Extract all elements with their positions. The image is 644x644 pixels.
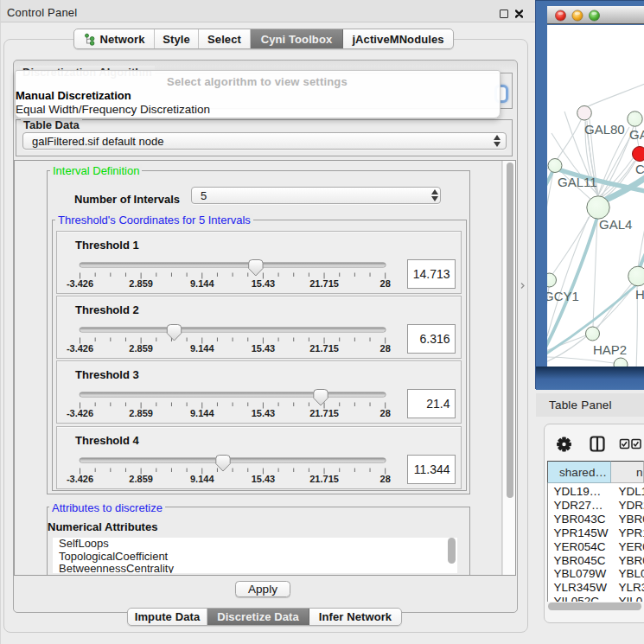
svg-text:-3.426: -3.426: [67, 343, 93, 354]
svg-text:28: 28: [380, 474, 391, 484]
svg-text:9.144: 9.144: [190, 474, 214, 484]
svg-text:21.715: 21.715: [309, 343, 339, 354]
svg-text:GAL80: GAL80: [584, 122, 625, 137]
svg-text:HAP2: HAP2: [593, 342, 627, 357]
svg-text:2.859: 2.859: [129, 408, 153, 418]
svg-text:28: 28: [380, 408, 391, 418]
svg-text:-3.426: -3.426: [67, 408, 93, 418]
svg-text:C: C: [635, 162, 644, 176]
svg-text:-3.426: -3.426: [67, 278, 93, 289]
svg-text:9.144: 9.144: [190, 343, 214, 354]
svg-text:9.144: 9.144: [190, 278, 214, 289]
svg-text:15.43: 15.43: [252, 278, 276, 289]
svg-text:2.859: 2.859: [129, 343, 153, 354]
svg-text:GAL4: GAL4: [599, 217, 632, 232]
svg-text:21.715: 21.715: [309, 474, 339, 484]
svg-text:9.144: 9.144: [190, 408, 214, 418]
svg-text:H: H: [635, 287, 644, 302]
svg-text:GA: GA: [629, 127, 644, 142]
svg-text:2.859: 2.859: [129, 278, 153, 289]
svg-text:21.715: 21.715: [309, 408, 339, 418]
svg-text:28: 28: [380, 278, 391, 289]
svg-text:28: 28: [380, 343, 391, 354]
svg-text:21.715: 21.715: [309, 278, 339, 289]
svg-text:-3.426: -3.426: [67, 474, 93, 484]
svg-text:2.859: 2.859: [129, 474, 153, 484]
svg-text:GCY1: GCY1: [547, 289, 579, 303]
svg-text:15.43: 15.43: [252, 408, 276, 418]
svg-text:15.43: 15.43: [252, 474, 276, 484]
svg-text:15.43: 15.43: [252, 343, 276, 354]
svg-text:GAL11: GAL11: [558, 175, 597, 189]
